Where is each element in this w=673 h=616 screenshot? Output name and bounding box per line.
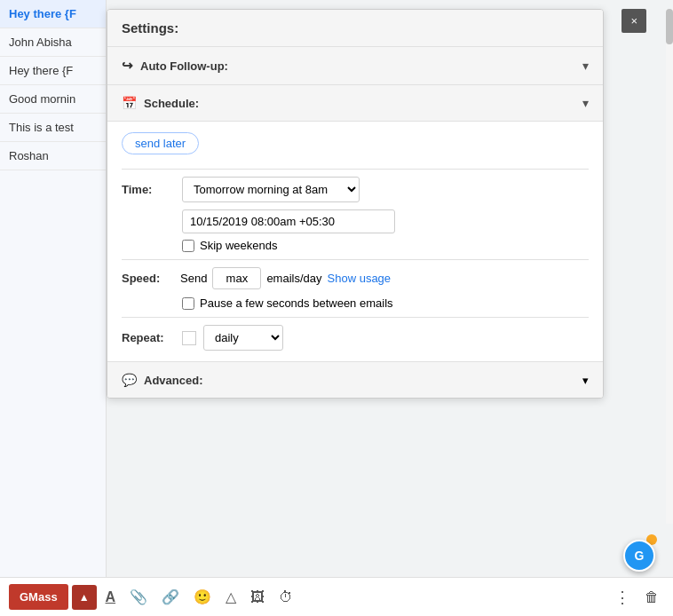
schedule-section-header[interactable]: 📅 Schedule: ▾: [107, 85, 603, 122]
auto-followup-icon: ↪: [122, 58, 133, 74]
bottom-toolbar: GMass ▲ A 📎 🔗 🙂 △ 🖼 ⏱ ⋮ 🗑: [0, 577, 673, 616]
schedule-chevron: ▾: [582, 96, 589, 110]
send-later-btn[interactable]: send later: [122, 132, 199, 154]
schedule-content: send later Time: Tomorrow morning at 8am…: [107, 122, 603, 362]
calendar-icon: 📅: [122, 96, 137, 110]
schedule-icon[interactable]: ⏱: [273, 586, 298, 609]
emails-per-day-label: emails/day: [266, 272, 321, 285]
attachment-icon[interactable]: 📎: [124, 585, 153, 609]
advanced-left: 💬 Advanced:: [122, 373, 202, 387]
repeat-select[interactable]: daily: [203, 325, 283, 351]
scroll-thumb[interactable]: [666, 9, 673, 44]
delete-icon[interactable]: 🗑: [639, 586, 664, 609]
settings-panel: Settings: ↪ Auto Follow-up: ▾ 📅 Schedule…: [107, 9, 604, 399]
sidebar-item-1[interactable]: Hey there {F: [0, 0, 106, 28]
schedule-divider: [122, 169, 589, 170]
advanced-icon: 💬: [122, 373, 137, 387]
auto-followup-label: Auto Follow-up:: [140, 59, 228, 73]
link-icon[interactable]: 🔗: [156, 585, 185, 609]
speed-row: Speed: Send emails/day Show usage: [122, 267, 589, 289]
pause-row: Pause a few seconds between emails: [182, 296, 589, 310]
gmass-float-icon[interactable]: G: [623, 540, 655, 572]
time-select[interactable]: Tomorrow morning at 8am: [182, 177, 360, 202]
time-row: Time: Tomorrow morning at 8am: [122, 177, 589, 202]
drive-icon[interactable]: △: [220, 585, 241, 609]
skip-weekends-label: Skip weekends: [200, 239, 277, 252]
pause-label: Pause a few seconds between emails: [200, 296, 393, 310]
emoji-icon[interactable]: 🙂: [188, 585, 217, 609]
image-icon[interactable]: 🖼: [245, 586, 270, 609]
sidebar: Hey there {F John Abisha Hey there {F Go…: [0, 0, 107, 616]
gmass-arrow-button[interactable]: ▲: [72, 585, 97, 610]
skip-weekends-row: Skip weekends: [182, 239, 589, 252]
pause-checkbox[interactable]: [182, 297, 194, 310]
advanced-section[interactable]: 💬 Advanced: ▾: [107, 362, 603, 398]
auto-followup-chevron: ▾: [582, 59, 589, 73]
speed-divider: [122, 259, 589, 260]
show-usage-link[interactable]: Show usage: [328, 272, 392, 285]
close-button[interactable]: ×: [622, 9, 646, 33]
sidebar-item-6[interactable]: Roshan: [0, 142, 106, 170]
skip-weekends-checkbox[interactable]: [182, 240, 194, 252]
repeat-label: Repeat:: [122, 331, 175, 344]
time-label: Time:: [122, 183, 175, 196]
datetime-input[interactable]: [182, 209, 395, 233]
auto-followup-left: ↪ Auto Follow-up:: [122, 58, 228, 74]
format-text-icon[interactable]: A: [100, 586, 122, 609]
scroll-track[interactable]: [666, 9, 673, 524]
speed-label: Speed:: [122, 272, 175, 285]
schedule-label: Schedule:: [144, 97, 199, 110]
auto-followup-section[interactable]: ↪ Auto Follow-up: ▾: [107, 47, 603, 85]
advanced-label: Advanced:: [144, 374, 202, 387]
send-text: Send: [180, 272, 207, 285]
sidebar-item-2[interactable]: John Abisha: [0, 28, 106, 57]
schedule-left: 📅 Schedule:: [122, 96, 199, 110]
gmass-button[interactable]: GMass: [9, 584, 68, 610]
repeat-checkbox[interactable]: [182, 331, 196, 345]
more-options-icon[interactable]: ⋮: [609, 584, 636, 611]
settings-header: Settings:: [107, 10, 603, 47]
advanced-chevron: ▾: [582, 374, 589, 387]
sidebar-item-5[interactable]: This is a test: [0, 114, 106, 142]
sidebar-item-3[interactable]: Hey there {F: [0, 57, 106, 85]
repeat-divider: [122, 317, 589, 318]
speed-input[interactable]: [212, 267, 261, 289]
sidebar-item-4[interactable]: Good mornin: [0, 85, 106, 114]
repeat-row: Repeat: daily: [122, 325, 589, 351]
